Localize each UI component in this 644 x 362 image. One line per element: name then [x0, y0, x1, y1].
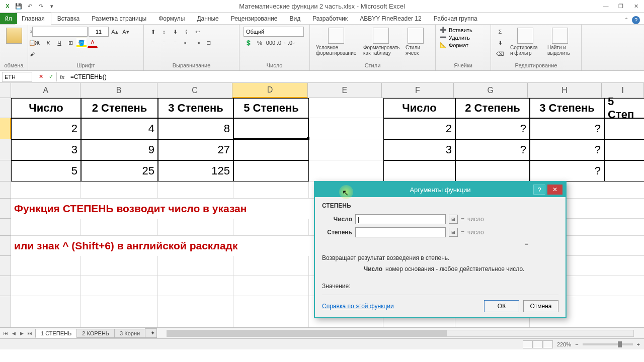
sheet-last-button[interactable]: ⏭	[26, 330, 33, 337]
cell[interactable]	[233, 316, 309, 327]
font-color-button[interactable]: A	[88, 38, 98, 48]
autosum-button[interactable]: Σ	[495, 27, 505, 37]
insert-cells-button[interactable]: ➕Вставить	[440, 27, 472, 33]
cell[interactable]	[11, 219, 81, 236]
horizontal-scrollbar[interactable]	[167, 330, 634, 337]
row-header[interactable]	[0, 98, 11, 118]
column-header[interactable]: D	[232, 83, 307, 98]
grow-font-button[interactable]: A▴	[110, 27, 120, 37]
cell[interactable]	[233, 182, 309, 199]
minimize-button[interactable]: —	[600, 2, 612, 11]
format-cells-button[interactable]: 📐Формат	[440, 42, 468, 48]
cell[interactable]	[158, 182, 233, 199]
cell[interactable]	[604, 118, 644, 139]
column-header[interactable]: C	[157, 83, 232, 98]
dialog-help-button[interactable]: ?	[533, 185, 545, 195]
row-header[interactable]	[0, 276, 11, 296]
tab-formulas[interactable]: Формулы	[152, 13, 191, 24]
cell[interactable]	[11, 296, 81, 316]
cell[interactable]: 3 Степень	[530, 98, 604, 118]
save-button[interactable]: 💾	[14, 2, 23, 11]
cell[interactable]	[604, 316, 644, 327]
underline-button[interactable]: Ч	[54, 38, 64, 48]
ribbon-minimize-icon[interactable]: ⌃	[624, 17, 629, 24]
conditional-format-button[interactable]: Условное форматирование	[314, 27, 358, 57]
cell[interactable]	[81, 219, 158, 236]
cell[interactable]	[309, 160, 383, 182]
bold-button[interactable]: Ж	[32, 38, 42, 48]
align-top-button[interactable]: ⬆	[148, 27, 158, 37]
dialog-close-button[interactable]: ✕	[547, 185, 562, 195]
cell[interactable]	[383, 160, 455, 182]
orientation-button[interactable]: ⤹	[181, 27, 191, 37]
comma-button[interactable]: 000	[266, 38, 276, 48]
zoom-slider[interactable]	[583, 343, 633, 345]
insert-function-button[interactable]: fx	[56, 72, 65, 81]
help-icon[interactable]: ?	[632, 16, 640, 24]
cell[interactable]: 125	[158, 160, 233, 182]
cell[interactable]	[11, 256, 81, 276]
zoom-label[interactable]: 220%	[557, 341, 571, 347]
border-button[interactable]: ⊞	[65, 38, 75, 48]
qat-more-button[interactable]: ▾	[47, 2, 56, 11]
new-sheet-button[interactable]: ✦	[145, 328, 157, 338]
cell[interactable]: 5 Степень	[233, 98, 309, 118]
sheet-first-button[interactable]: ⏮	[2, 330, 9, 337]
cell[interactable]: Число	[11, 98, 81, 118]
zoom-in-button[interactable]: +	[637, 341, 640, 347]
undo-button[interactable]: ↶	[25, 2, 34, 11]
column-header[interactable]: E	[308, 83, 382, 98]
cell[interactable]: 9	[81, 139, 158, 160]
row-header[interactable]	[0, 182, 11, 199]
cell[interactable]: Число	[383, 98, 455, 118]
column-header[interactable]: A	[11, 83, 80, 98]
cell[interactable]	[81, 182, 158, 199]
row-header[interactable]	[0, 139, 11, 160]
sort-filter-button[interactable]: Сортировка и фильтр	[508, 27, 542, 57]
cell[interactable]	[309, 98, 383, 118]
row-header[interactable]	[0, 160, 11, 182]
align-left-button[interactable]: ≡	[148, 38, 158, 48]
sheet-tab[interactable]: 2 КОРЕНЬ	[76, 329, 115, 338]
cell[interactable]	[11, 316, 81, 327]
cell[interactable]	[233, 296, 309, 316]
cell[interactable]	[81, 256, 158, 276]
cell[interactable]: =СТЕПЕНЬ()	[233, 118, 309, 139]
cell[interactable]	[233, 219, 309, 236]
formula-cancel-button[interactable]: ✕	[36, 72, 45, 81]
align-bottom-button[interactable]: ⬇	[170, 27, 180, 37]
cell[interactable]	[158, 276, 233, 296]
align-center-button[interactable]: ≡	[159, 38, 169, 48]
name-box[interactable]	[2, 72, 32, 82]
fill-button[interactable]: ⬇	[495, 38, 505, 48]
sheet-tab[interactable]: 1 СТЕПЕНЬ	[35, 329, 77, 338]
cell[interactable]: ?	[530, 118, 604, 139]
arg-power-ref-button[interactable]: ⊞	[449, 228, 458, 237]
decrease-decimal-button[interactable]: .0←	[288, 38, 298, 48]
cell[interactable]: 3	[11, 139, 81, 160]
page-layout-view-button[interactable]	[533, 340, 543, 348]
dialog-ok-button[interactable]: ОК	[484, 300, 519, 312]
row-header[interactable]	[0, 316, 11, 327]
cell[interactable]	[604, 139, 644, 160]
cell[interactable]: 8	[158, 118, 233, 139]
row-header[interactable]	[0, 118, 11, 139]
increase-decimal-button[interactable]: .0→	[277, 38, 287, 48]
italic-button[interactable]: К	[43, 38, 53, 48]
cell[interactable]	[233, 276, 309, 296]
cell[interactable]: 2 Степень	[455, 98, 530, 118]
column-header[interactable]: F	[382, 83, 453, 98]
cell[interactable]	[233, 139, 309, 160]
number-format-select[interactable]	[244, 27, 304, 37]
tab-abbyy[interactable]: ABBYY FineReader 12	[354, 13, 428, 24]
cell[interactable]: 27	[158, 139, 233, 160]
find-select-button[interactable]: Найти и выделить	[545, 27, 575, 57]
align-right-button[interactable]: ≡	[170, 38, 180, 48]
cell[interactable]: 2	[383, 118, 455, 139]
cell[interactable]: 3	[383, 139, 455, 160]
select-all-corner[interactable]	[0, 83, 11, 98]
close-window-button[interactable]: ✕	[630, 2, 642, 11]
cell[interactable]: ?	[455, 118, 530, 139]
cell[interactable]	[604, 182, 644, 199]
cell-styles-button[interactable]: Стили ячеек	[404, 27, 428, 57]
